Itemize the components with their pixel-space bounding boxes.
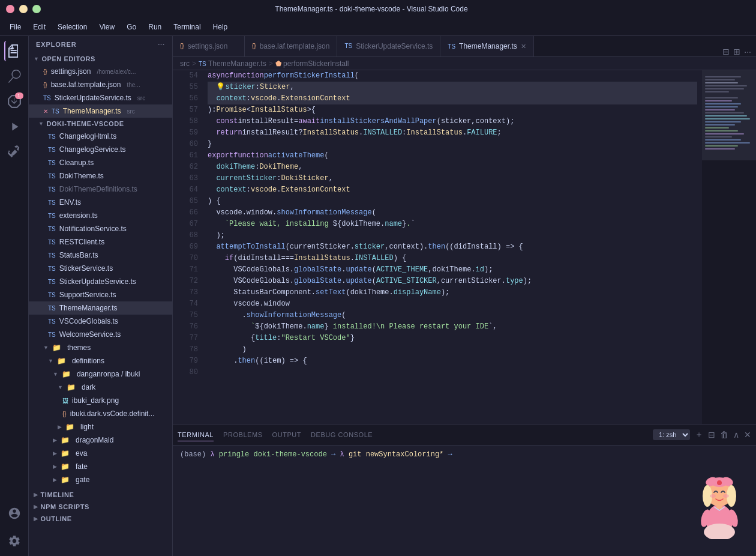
list-item[interactable]: TS StickerUpdateService.ts [29, 275, 172, 288]
terminal-tab-debug[interactable]: DEBUG CONSOLE [311, 429, 373, 441]
chevron-icon: ▶ [34, 492, 38, 498]
tab-label: base.laf.template.json [260, 42, 330, 50]
tab-label: settings.json [188, 42, 228, 50]
code-line: return installResult ? InstallStatus.INS… [208, 127, 697, 139]
folder-dragonmaid[interactable]: ▶ 📁 dragonMaid [29, 434, 172, 447]
more-actions-icon[interactable]: ··· [744, 47, 751, 56]
close-panel-icon[interactable]: ✕ [744, 430, 751, 440]
section-outline[interactable]: ▶ OUTLINE [29, 513, 172, 525]
list-item[interactable]: TS DokiThemeDefinitions.ts [29, 183, 172, 196]
terminal-actions: 1: zsh ＋ ⊟ 🗑 ∧ ✕ [653, 429, 751, 440]
folder-definitions[interactable]: ▼ 📁 definitions [29, 354, 172, 367]
maximize-button[interactable] [32, 5, 41, 13]
toggle-panel-icon[interactable]: ⊞ [733, 47, 740, 56]
activity-settings[interactable] [4, 531, 25, 551]
terminal-tab-terminal[interactable]: TERMINAL [178, 429, 214, 441]
activity-search[interactable] [4, 66, 25, 86]
list-item[interactable]: {} settings.json /home/alex/c... [29, 65, 172, 78]
section-open-editors[interactable]: ▼ OPEN EDITORS [29, 53, 172, 65]
tab-base-laf[interactable]: {} base.laf.template.json [245, 36, 337, 56]
list-item[interactable]: 🖼 ibuki_dark.png [29, 394, 172, 407]
section-npm-scripts[interactable]: ▶ NPM SCRIPTS [29, 501, 172, 513]
folder-dark[interactable]: ▼ 📁 dark [29, 381, 172, 394]
folder-eva[interactable]: ▶ 📁 eva [29, 447, 172, 460]
list-item[interactable]: TS StickerUpdateService.ts src [29, 91, 172, 104]
list-item[interactable]: {} ibuki.dark.vsCode.definit... [29, 407, 172, 420]
list-item[interactable]: TS VSCodeGlobals.ts [29, 315, 172, 328]
close-button[interactable] [6, 5, 14, 13]
breadcrumb-file[interactable]: TS ThemeManager.ts [199, 59, 266, 68]
list-item[interactable]: TS SupportService.ts [29, 288, 172, 301]
activity-explorer[interactable] [4, 41, 25, 61]
chevron-icon: ▶ [53, 437, 57, 443]
add-terminal-icon[interactable]: ＋ [695, 429, 703, 440]
split-terminal-icon[interactable]: ⊟ [708, 430, 715, 440]
folder-gate[interactable]: ▶ 📁 gate [29, 473, 172, 486]
menu-help[interactable]: Help [208, 20, 233, 34]
trash-terminal-icon[interactable]: 🗑 [720, 430, 728, 440]
code-line: .then((item) => { [208, 355, 697, 367]
chevron-icon: ▼ [58, 384, 63, 390]
list-item[interactable]: TS Cleanup.ts [29, 156, 172, 169]
terminal-tab-problems[interactable]: PROBLEMS [223, 429, 263, 441]
menu-go[interactable]: Go [122, 20, 141, 34]
list-item[interactable]: {} base.laf.template.json the... [29, 78, 172, 91]
folder-fate[interactable]: ▶ 📁 fate [29, 460, 172, 473]
list-item[interactable]: TS ChangelogService.ts [29, 143, 172, 156]
file-name: RESTClient.ts [59, 238, 104, 246]
folder-name: light [80, 423, 94, 431]
tab-sticker-update[interactable]: TS StickerUpdateService.ts [337, 36, 440, 56]
list-item[interactable]: TS StickerService.ts [29, 262, 172, 275]
minimize-button[interactable] [19, 5, 28, 13]
list-item[interactable]: TS DokiTheme.ts [29, 169, 172, 183]
chevron-icon: ▼ [53, 371, 58, 377]
breadcrumb-src[interactable]: src [180, 59, 190, 68]
list-item[interactable]: TS ChangelogHtml.ts [29, 130, 172, 143]
svg-point-37 [723, 494, 729, 498]
terminal-content[interactable]: (base) λ pringle doki-theme-vscode → λ g… [173, 446, 756, 556]
menu-selection[interactable]: Selection [53, 20, 92, 34]
file-name: WelcomeService.ts [59, 330, 121, 339]
folder-light[interactable]: ▶ 📁 light [29, 420, 172, 434]
list-item[interactable]: TS NotificationService.ts [29, 222, 172, 235]
activity-bar: 1 [0, 36, 29, 556]
tab-close-icon[interactable]: ✕ [521, 43, 526, 50]
menu-file[interactable]: File [5, 20, 26, 34]
activity-extensions[interactable] [4, 142, 25, 162]
menu-terminal[interactable]: Terminal [169, 20, 205, 34]
code-line: context: vscode.ExtensionContext [208, 93, 697, 104]
activity-accounts[interactable] [4, 503, 25, 524]
tab-theme-manager[interactable]: TS ThemeManager.ts ✕ [440, 36, 534, 56]
window-controls[interactable] [6, 5, 41, 13]
terminal-selector[interactable]: 1: zsh [653, 429, 690, 440]
tab-settings-json[interactable]: {} settings.json [173, 36, 245, 56]
folder-name: danganronpa / ibuki [77, 370, 140, 378]
list-item[interactable]: TS RESTClient.ts [29, 235, 172, 249]
folder-themes[interactable]: ▼ 📁 themes [29, 341, 172, 354]
split-editor-icon[interactable]: ⊟ [722, 47, 730, 56]
ts-file-icon: TS [48, 133, 56, 140]
activity-run[interactable] [4, 116, 25, 137]
folder-danganronpa[interactable]: ▼ 📁 danganronpa / ibuki [29, 367, 172, 381]
list-item[interactable]: TS extension.ts [29, 209, 172, 222]
terminal-tab-output[interactable]: OUTPUT [272, 429, 302, 441]
list-item[interactable]: TS WelcomeService.ts [29, 328, 172, 341]
code-content[interactable]: async function performStickerInstall( 💡s… [203, 70, 702, 424]
menu-edit[interactable]: Edit [28, 20, 50, 34]
list-item[interactable]: ✕ TS ThemeManager.ts src [29, 104, 172, 118]
sidebar-more-icon[interactable]: ··· [158, 41, 165, 48]
list-item[interactable]: TS ThemeManager.ts [29, 301, 172, 315]
file-name: StickerUpdateService.ts [55, 94, 131, 102]
list-item[interactable]: TS ENV.ts [29, 196, 172, 209]
section-project[interactable]: ▼ DOKI-THEME-VSCODE [29, 118, 172, 130]
section-timeline[interactable]: ▶ TIMELINE [29, 489, 172, 501]
chevron-up-icon[interactable]: ∧ [733, 430, 739, 440]
folder-icon: 📁 [57, 357, 66, 365]
activity-source-control[interactable]: 1 [4, 91, 25, 112]
menu-run[interactable]: Run [143, 20, 166, 34]
file-name: DokiThemeDefinitions.ts [59, 185, 137, 193]
menu-view[interactable]: View [94, 20, 119, 34]
code-editor[interactable]: 5455565758 5960616263 6465666768 6970717… [173, 70, 756, 424]
breadcrumb-symbol[interactable]: ⬟ performStickerInstall [275, 59, 349, 68]
list-item[interactable]: TS StatusBar.ts [29, 249, 172, 262]
